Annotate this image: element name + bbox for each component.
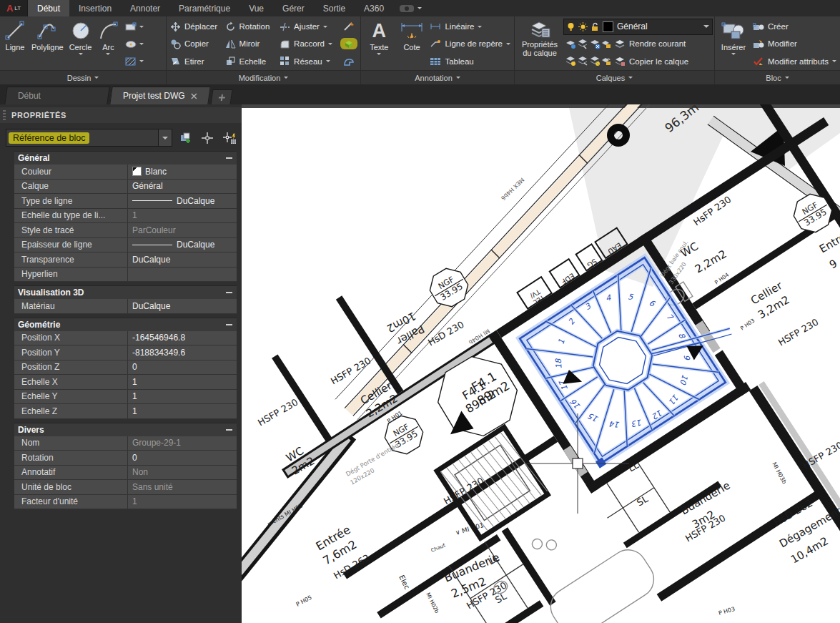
property-value[interactable]: Général [128, 180, 237, 194]
section-header-2[interactable]: Géométrie [14, 318, 237, 331]
property-value[interactable]: Sans unité [128, 480, 237, 494]
trim-button[interactable]: Ajuster [277, 18, 339, 35]
chevron-down-icon[interactable] [478, 26, 482, 28]
layer-combo[interactable]: Général [563, 18, 713, 35]
chevron-down-icon[interactable] [326, 60, 330, 62]
chevron-down-icon[interactable] [106, 53, 110, 55]
layer-properties-button[interactable]: Propriétés du calque [516, 18, 563, 70]
panel-label-modification[interactable]: Modification [167, 70, 360, 84]
property-value[interactable]: 1 [128, 404, 237, 418]
rotate-button[interactable]: Rotation [223, 18, 278, 35]
dimension-button[interactable]: Cote [396, 18, 428, 70]
property-value[interactable]: Blanc [128, 165, 237, 179]
chevron-down-icon[interactable] [79, 53, 83, 55]
copy-layer-icon[interactable] [615, 56, 626, 67]
object-type-dropdown[interactable]: Référence de bloc [6, 129, 172, 147]
palette-grip-icon[interactable] [3, 110, 6, 120]
ribbon-tab-parametrique[interactable]: Paramétrique [169, 0, 239, 16]
array-button[interactable]: Réseau [277, 53, 339, 70]
panel-label-bloc[interactable]: Bloc [715, 70, 840, 84]
dropdown-arrow[interactable] [158, 129, 172, 146]
chevron-down-icon[interactable] [377, 53, 381, 55]
ribbon-tab-sortie[interactable]: Sortie [314, 0, 355, 16]
property-value[interactable]: DuCalque [128, 252, 237, 267]
properties-palette-header[interactable]: PROPRIÉTÉS [0, 107, 242, 123]
collapse-icon[interactable] [226, 429, 232, 431]
property-value[interactable]: 0 [128, 451, 237, 465]
arc-button[interactable]: Arc [94, 18, 122, 70]
edit-polyline-button[interactable] [342, 56, 355, 67]
collapse-icon[interactable] [226, 157, 232, 159]
file-tab-start[interactable]: Début [4, 87, 110, 104]
panel-label-calques[interactable]: Calques [515, 70, 714, 84]
new-tab-button[interactable] [210, 89, 232, 104]
panel-label-dessin[interactable]: Dessin [0, 70, 166, 84]
fillet-button[interactable]: Raccord [277, 35, 339, 52]
insert-block-button[interactable]: Insérer [716, 18, 751, 70]
property-value[interactable]: Non [128, 466, 237, 480]
layer-color-swatch[interactable] [603, 21, 613, 32]
create-block-button[interactable]: Créer [751, 18, 839, 35]
mirror-button[interactable]: Miroir [223, 35, 278, 52]
leader-button[interactable]: Ligne de repère [428, 35, 513, 52]
chevron-down-icon[interactable] [832, 60, 836, 62]
layer-tool-icons[interactable] [565, 56, 611, 67]
property-value[interactable]: Groupe-29-1 [128, 436, 237, 451]
quick-select-button[interactable] [222, 129, 237, 147]
property-value[interactable]: -818834349.6 [128, 345, 237, 360]
chevron-down-icon[interactable] [323, 26, 327, 28]
toggle-pickadd-button[interactable] [178, 129, 194, 147]
file-tab-projet-test[interactable]: Projet test DWG [109, 87, 210, 104]
move-button[interactable]: Déplacer [168, 18, 223, 35]
chevron-down-icon[interactable] [703, 25, 709, 28]
layer-on-bulb-icon[interactable] [567, 22, 575, 31]
layer-unlock-icon[interactable] [591, 22, 599, 31]
chevron-down-icon[interactable] [328, 43, 332, 45]
copy-button[interactable]: Copier [168, 35, 223, 52]
make-current-icon[interactable] [615, 39, 626, 49]
property-value[interactable]: ParCouleur [128, 223, 237, 237]
edit-attributes-button[interactable]: Modifier attributs [751, 53, 839, 70]
ribbon-tab-a360[interactable]: A360 [355, 0, 393, 16]
chevron-down-icon[interactable] [506, 43, 510, 45]
scale-button[interactable]: Echelle [223, 53, 278, 70]
layer-freeze-sun-icon[interactable] [578, 22, 588, 31]
ribbon-tab-debut[interactable]: Début [28, 0, 69, 16]
section-header-3[interactable]: Divers [14, 423, 237, 436]
select-objects-button[interactable] [199, 129, 215, 147]
property-value[interactable]: 1 [128, 209, 237, 223]
copy-layer-label[interactable]: Copier le calque [629, 57, 688, 66]
property-value[interactable]: DuCalque [128, 238, 237, 252]
ribbon-display-mode-button[interactable] [399, 0, 422, 16]
property-value[interactable]: 1 [128, 390, 237, 404]
ellipse-flyout-button[interactable] [124, 40, 144, 49]
ribbon-tab-gerer[interactable]: Gérer [273, 0, 314, 16]
property-value[interactable]: 1 [128, 495, 237, 509]
panel-label-annotation[interactable]: Annotation [361, 70, 514, 84]
section-header-1[interactable]: Visualisation 3D [14, 285, 237, 299]
property-value[interactable] [128, 268, 237, 282]
drawing-canvas[interactable]: 123456789101112131415161718TV/TELEDFSGEA… [242, 104, 840, 623]
text-button[interactable]: A Texte [362, 18, 396, 70]
property-value[interactable]: DuCalque [128, 194, 237, 208]
ribbon-tab-vue[interactable]: Vue [239, 0, 273, 16]
explode-button[interactable] [340, 38, 357, 49]
make-current-label[interactable]: Rendre courant [629, 39, 686, 48]
hatch-flyout-button[interactable] [124, 57, 144, 67]
property-value[interactable]: -164546946.8 [128, 331, 237, 345]
close-icon[interactable] [191, 93, 197, 99]
layer-tool-icons[interactable] [565, 39, 611, 49]
ribbon-tab-annoter[interactable]: Annoter [121, 0, 169, 16]
chevron-down-icon[interactable] [731, 53, 736, 55]
property-value[interactable]: DuCalque [128, 299, 237, 313]
property-value[interactable]: 0 [128, 360, 237, 375]
collapse-icon[interactable] [226, 324, 232, 325]
property-value[interactable]: 1 [128, 375, 237, 389]
linear-dimension-button[interactable]: Linéaire [428, 18, 513, 35]
ribbon-tab-insertion[interactable]: Insertion [69, 0, 121, 16]
app-menu-button[interactable]: A LT [0, 0, 28, 16]
collapse-icon[interactable] [226, 292, 232, 293]
stretch-button[interactable]: Etirer [168, 53, 223, 70]
polyline-button[interactable]: Polyligne [29, 18, 66, 70]
rectangle-flyout-button[interactable] [124, 22, 144, 32]
